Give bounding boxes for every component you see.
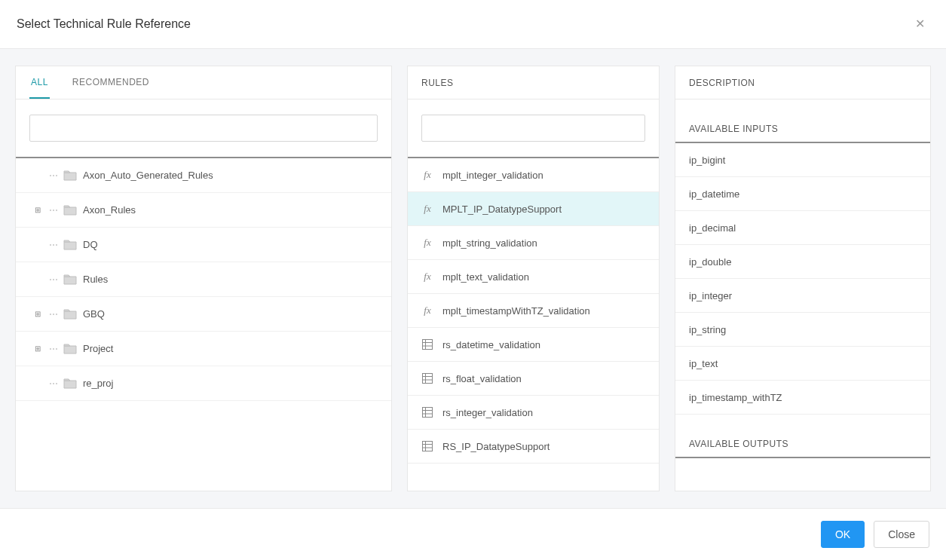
tree-item[interactable]: ⋯Rules [16,262,391,297]
rule-item-label: rs_integer_validation [442,407,533,418]
tree-item[interactable]: ⊞⋯GBQ [16,297,391,332]
tree-item-label: Axon_Rules [83,204,136,216]
tree-connector: ⋯ [49,205,57,216]
tree-item[interactable]: ⋯re_proj [16,366,391,401]
input-item: ip_bigint [675,143,930,177]
panel-description: DESCRIPTION AVAILABLE INPUTS ip_bigintip… [675,66,931,491]
rule-item-label: MPLT_IP_DatatypeSupport [442,203,562,215]
modal-select-technical-rule: Select Technical Rule Reference ✕ ALL RE… [0,0,946,560]
input-item: ip_text [675,347,930,381]
rule-item[interactable]: rs_datetime_validation [408,328,659,362]
svg-rect-12 [423,442,433,451]
expand-icon[interactable]: ⊞ [32,344,43,353]
folder-icon [63,205,77,216]
input-item: ip_double [675,245,930,279]
tree-connector: ⋯ [49,309,57,320]
description-scroll[interactable]: AVAILABLE INPUTS ip_bigintip_datetimeip_… [675,99,930,491]
rule-item-label: mplt_text_validation [442,271,529,283]
tab-recommended[interactable]: RECOMMENDED [71,66,151,99]
rule-item-label: mplt_string_validation [442,237,537,249]
rule-item-label: mplt_timestampWithTZ_validation [442,305,590,317]
grid-icon [421,339,433,350]
tabs: ALL RECOMMENDED [16,66,391,99]
rules-header: RULES [408,66,659,99]
tree-connector: ⋯ [49,378,57,389]
tree-connector: ⋯ [49,240,57,250]
folder-icon [63,309,77,320]
panel-folders: ALL RECOMMENDED ⋯Axon_Auto_Generated_Rul… [15,66,392,491]
tree-item-label: Project [83,343,113,354]
rule-item[interactable]: fxmplt_text_validation [408,260,659,294]
divider [675,457,930,458]
rule-item[interactable]: fxMPLT_IP_DatatypeSupport [408,192,659,226]
folder-tree: ⋯Axon_Auto_Generated_Rules⊞⋯Axon_Rules⋯D… [16,158,391,491]
available-outputs-title: AVAILABLE OUTPUTS [675,415,930,457]
tree-item-label: Rules [83,274,108,285]
ok-button[interactable]: OK [821,521,865,548]
panel-rules: RULES fxmplt_integer_validationfxMPLT_IP… [407,66,660,491]
input-item: ip_timestamp_withTZ [675,381,930,415]
modal-body: ALL RECOMMENDED ⋯Axon_Auto_Generated_Rul… [0,49,946,508]
modal-footer: OK Close [0,508,946,560]
tree-item-label: re_proj [83,378,113,389]
tree-item[interactable]: ⋯DQ [16,228,391,262]
tree-item-label: Axon_Auto_Generated_Rules [83,170,213,181]
fx-icon: fx [421,304,433,317]
close-icon[interactable]: ✕ [911,15,929,33]
folder-icon [63,344,77,354]
available-inputs-list: ip_bigintip_datetimeip_decimalip_doublei… [675,143,930,415]
svg-rect-4 [423,374,433,384]
folder-icon [63,170,77,181]
rule-item[interactable]: RS_IP_DatatypeSupport [408,430,659,464]
expand-icon[interactable]: ⊞ [32,310,43,318]
fx-icon: fx [421,203,433,215]
tree-item[interactable]: ⊞⋯Axon_Rules [16,193,391,228]
close-button[interactable]: Close [874,521,929,548]
rule-item-label: rs_float_validation [442,373,522,384]
rule-item[interactable]: fxmplt_string_validation [408,226,659,260]
rule-item[interactable]: rs_float_validation [408,362,659,396]
search-wrap-folders [16,99,391,157]
grid-icon [421,407,433,418]
svg-rect-0 [423,340,433,350]
tree-item-label: GBQ [83,308,105,320]
modal-header: Select Technical Rule Reference ✕ [0,0,946,49]
tree-item[interactable]: ⋯Axon_Auto_Generated_Rules [16,158,391,193]
tree-item-label: DQ [83,239,98,250]
search-wrap-rules [408,99,659,157]
folder-icon [63,274,77,285]
input-item: ip_integer [675,279,930,313]
rule-item-label: mplt_integer_validation [442,170,543,181]
input-item: ip_string [675,313,930,347]
tab-all[interactable]: ALL [29,66,50,99]
rule-item-label: RS_IP_DatatypeSupport [442,441,550,452]
folder-icon [63,240,77,250]
rules-list[interactable]: fxmplt_integer_validationfxMPLT_IP_Datat… [408,157,659,491]
folder-icon [63,378,77,389]
expand-icon[interactable]: ⊞ [32,206,43,214]
description-header: DESCRIPTION [675,66,930,99]
search-input-folders[interactable] [29,115,378,142]
tree-connector: ⋯ [49,170,57,181]
fx-icon: fx [421,237,433,249]
rule-item[interactable]: fxmplt_integer_validation [408,158,659,192]
input-item: ip_decimal [675,211,930,245]
tree-connector: ⋯ [49,344,57,354]
grid-icon [421,441,433,451]
available-inputs-title: AVAILABLE INPUTS [675,99,930,142]
search-input-rules[interactable] [421,115,645,142]
input-item: ip_datetime [675,177,930,211]
fx-icon: fx [421,271,433,283]
rule-item[interactable]: fxmplt_timestampWithTZ_validation [408,294,659,328]
fx-icon: fx [421,169,433,181]
svg-rect-8 [423,408,433,418]
rule-item-label: rs_datetime_validation [442,339,540,350]
tree-connector: ⋯ [49,274,57,285]
grid-icon [421,373,433,384]
rule-item[interactable]: rs_integer_validation [408,396,659,430]
tree-item[interactable]: ⊞⋯Project [16,332,391,366]
modal-title: Select Technical Rule Reference [17,17,191,31]
